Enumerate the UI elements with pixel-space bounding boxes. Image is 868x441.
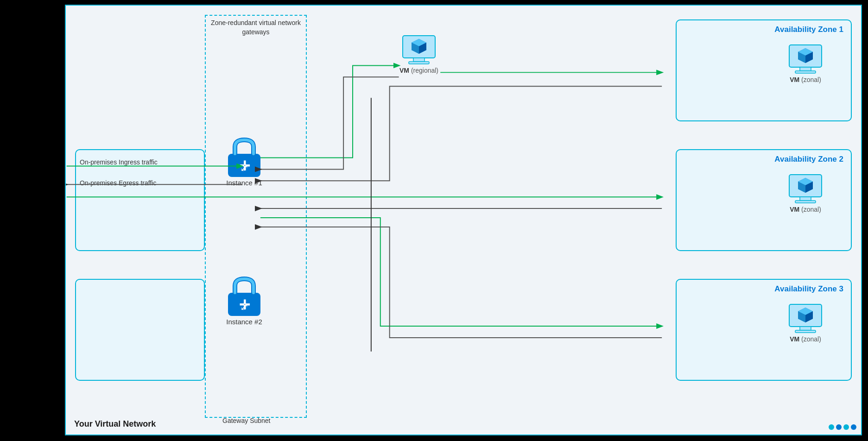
svg-rect-23 (795, 330, 816, 333)
instance2-lock-svg: ✛ ⤢ (223, 274, 265, 316)
virtual-network-label: Your Virtual Network (74, 419, 156, 429)
main-canvas: Zone-redundant virtual network gateways … (65, 5, 862, 435)
svg-rect-2 (409, 62, 429, 64)
vm-zone3-label: VM (zonal) (790, 335, 821, 343)
instance1-lock-svg: ✛ ⤢ (223, 135, 265, 177)
instance1-label: Instance #1 (226, 179, 262, 187)
svg-rect-16 (795, 201, 816, 203)
vm-zone3-svg (787, 302, 824, 334)
vm-regional-svg (400, 33, 437, 66)
bottom-dots (829, 424, 856, 430)
az2-label: Availability Zone 2 (774, 155, 843, 164)
svg-rect-22 (800, 327, 811, 330)
vm-regional-label: VM (regional) (399, 67, 438, 74)
az-box-2: Availability Zone 2 (676, 149, 852, 251)
dot-blue-1 (836, 424, 842, 430)
egress-label: On-premises Egress traffic (80, 179, 156, 187)
dot-cyan-1 (829, 424, 834, 430)
vm-group-box-3 (75, 279, 205, 381)
vm-zone2-label: VM (zonal) (790, 206, 821, 213)
svg-text:⤢: ⤢ (240, 301, 248, 313)
svg-text:⤢: ⤢ (240, 162, 248, 174)
vm-zone2-svg (787, 172, 824, 205)
az-box-1: Availability Zone 1 (676, 19, 852, 121)
ingress-label: On-premises Ingress traffic (80, 158, 158, 166)
gateway-subnet-label: Gateway Subnet (222, 417, 271, 424)
vm-zone1-icon: VM (zonal) (787, 43, 824, 83)
svg-rect-9 (795, 71, 816, 73)
dot-cyan-2 (843, 424, 849, 430)
vm-zone1-svg (787, 43, 824, 75)
vm-zone2-icon: VM (zonal) (787, 172, 824, 213)
svg-rect-1 (413, 58, 424, 62)
vm-zone1-label: VM (zonal) (790, 76, 821, 83)
instance2-label: Instance #2 (226, 318, 262, 326)
az3-label: Availability Zone 3 (774, 284, 843, 294)
vm-zone3-icon: VM (zonal) (787, 302, 824, 343)
svg-rect-15 (800, 197, 811, 201)
instance2-gateway-icon: ✛ ⤢ Instance #2 (223, 274, 265, 326)
az1-label: Availability Zone 1 (774, 25, 843, 34)
vm-regional-icon: VM (regional) (399, 33, 438, 74)
gateway-dashed-box (205, 15, 307, 418)
az-box-3: Availability Zone 3 (676, 279, 852, 381)
svg-rect-8 (800, 67, 811, 71)
gateway-dashed-label: Zone-redundant virtual network gateways (209, 19, 302, 37)
dot-blue-2 (851, 424, 856, 430)
instance1-gateway-icon: ✛ ⤢ Instance #1 (223, 135, 265, 187)
